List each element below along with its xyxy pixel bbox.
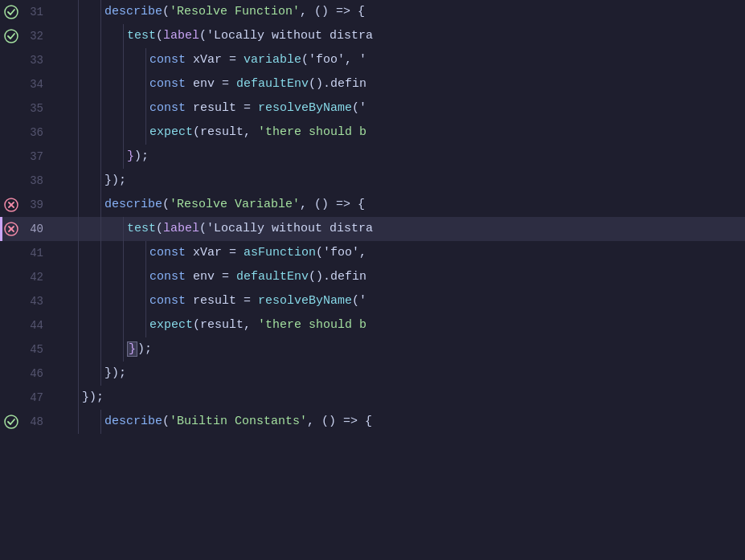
token-punc: ( [156, 29, 163, 43]
line-number: 32 [23, 30, 56, 43]
code-content[interactable]: }); [124, 145, 149, 169]
token-label-fn: label [163, 222, 199, 235]
indent-block [79, 337, 101, 362]
indent-guides [56, 145, 124, 169]
code-content[interactable]: }); [124, 337, 152, 362]
code-content[interactable]: }); [79, 386, 104, 410]
code-content[interactable]: const xVar = variable('foo', ' [146, 48, 366, 72]
token-punc: , () => { [307, 415, 372, 428]
indent-block [79, 121, 101, 145]
indent-block [79, 24, 101, 48]
indent-block [56, 313, 79, 337]
code-line: 39describe('Resolve Variable', () => { [0, 193, 745, 217]
line-number: 48 [23, 415, 56, 428]
token-punc: ('Locally without distra [199, 29, 373, 43]
indent-guides [56, 24, 124, 48]
indent-block [79, 169, 101, 193]
line-number: 44 [23, 319, 56, 332]
indent-block [56, 169, 79, 193]
token-label-fn: } [127, 341, 137, 357]
indent-block [101, 96, 124, 121]
indent-block [56, 96, 79, 121]
indent-block [101, 48, 124, 72]
code-content[interactable]: const xVar = asFunction('foo', [146, 241, 366, 265]
token-kw: const [149, 53, 186, 67]
token-fn: defaultEnv [236, 77, 309, 91]
success-icon [0, 415, 23, 429]
token-label-fn: } [127, 149, 134, 163]
token-punc: (result, [193, 125, 258, 139]
code-content[interactable]: }); [101, 362, 126, 386]
indent-block [79, 96, 101, 121]
token-punc: (' [352, 294, 366, 308]
code-content[interactable]: describe('Resolve Function', () => { [101, 0, 365, 24]
indent-guides [56, 241, 146, 265]
code-content[interactable]: const env = defaultEnv().defin [146, 265, 366, 289]
indent-block [79, 145, 101, 169]
indent-guides [56, 217, 124, 241]
indent-block [56, 217, 79, 241]
token-punc: , () => { [300, 5, 365, 18]
indent-block [101, 289, 124, 313]
indent-block [79, 0, 101, 24]
code-content[interactable]: test(label('Locally without distra [124, 24, 373, 48]
code-line: 31describe('Resolve Function', () => { [0, 0, 745, 24]
code-content[interactable]: test(label('Locally without distra [124, 217, 373, 241]
token-fn: defaultEnv [236, 270, 309, 284]
indent-block [79, 362, 101, 386]
token-punc: (' [352, 101, 366, 115]
token-punc: ( [156, 222, 163, 235]
code-line: 33const xVar = variable('foo', ' [0, 48, 745, 72]
code-line: 37}); [0, 145, 745, 169]
cursor-indicator [0, 217, 2, 241]
line-number: 31 [23, 6, 56, 18]
indent-guides [56, 96, 146, 121]
svg-point-1 [5, 30, 18, 43]
code-content[interactable]: const result = resolveByName(' [146, 289, 366, 313]
token-punc: ( [162, 5, 170, 18]
code-content[interactable]: }); [101, 169, 126, 193]
code-content[interactable]: expect(result, 'there should b [146, 121, 366, 145]
indent-block [79, 72, 101, 96]
indent-block [101, 217, 124, 241]
code-line: 38}); [0, 169, 745, 193]
code-content[interactable]: const result = resolveByName(' [146, 96, 366, 121]
token-punc: ( [162, 415, 170, 428]
code-line: 34const env = defaultEnv().defin [0, 72, 745, 96]
token-plain: env = [186, 77, 236, 91]
token-describe: describe [104, 198, 162, 211]
svg-point-0 [5, 6, 18, 18]
line-number: 36 [23, 126, 56, 139]
code-content[interactable]: const env = defaultEnv().defin [146, 72, 366, 96]
token-describe: describe [104, 415, 162, 428]
token-plain: xVar = [186, 246, 244, 260]
indent-block [124, 48, 146, 72]
line-number: 46 [23, 367, 56, 380]
code-line: 48describe('Builtin Constants', () => { [0, 410, 745, 434]
code-content[interactable]: describe('Resolve Variable', () => { [101, 193, 365, 217]
token-punc: ('foo', [316, 246, 366, 260]
indent-block [56, 72, 79, 96]
indent-block [56, 410, 79, 434]
indent-block [101, 337, 124, 362]
indent-block [79, 265, 101, 289]
code-line: 35const result = resolveByName(' [0, 96, 745, 121]
code-content[interactable]: expect(result, 'there should b [146, 313, 366, 337]
token-kw: const [149, 246, 186, 260]
token-punc: ().defin [309, 270, 366, 284]
token-punc: ().defin [309, 77, 366, 91]
indent-block [101, 121, 124, 145]
indent-guides [56, 313, 146, 337]
code-content[interactable]: describe('Builtin Constants', () => { [101, 410, 372, 434]
token-kw: const [149, 294, 186, 308]
token-str-green: 'there should b [258, 318, 366, 332]
token-punc: ( [162, 198, 170, 211]
token-fn: resolveByName [258, 294, 352, 308]
token-fn: expect [149, 318, 193, 332]
indent-guides [56, 337, 124, 362]
svg-point-8 [5, 415, 18, 428]
code-line: 42const env = defaultEnv().defin [0, 265, 745, 289]
line-number: 39 [23, 198, 56, 211]
token-plain: result = [186, 294, 258, 308]
code-line: 41const xVar = asFunction('foo', [0, 241, 745, 265]
